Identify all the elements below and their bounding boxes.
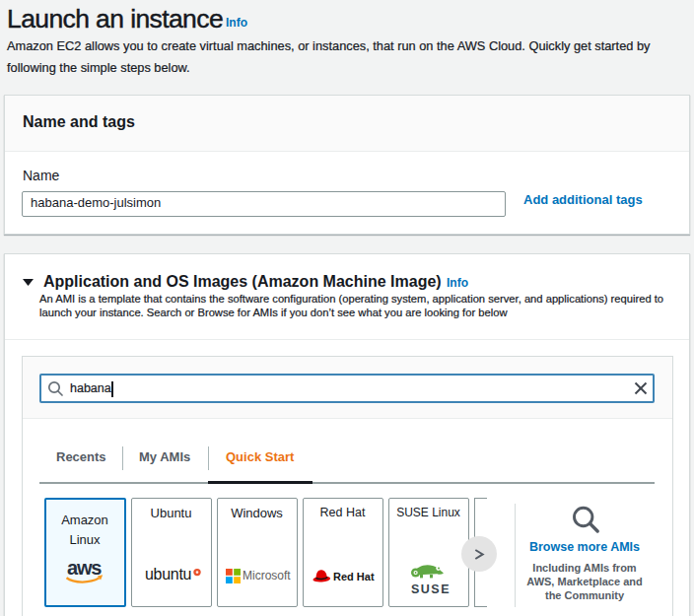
svg-text:aws: aws bbox=[67, 559, 102, 579]
svg-text:ubuntu: ubuntu bbox=[145, 566, 191, 582]
